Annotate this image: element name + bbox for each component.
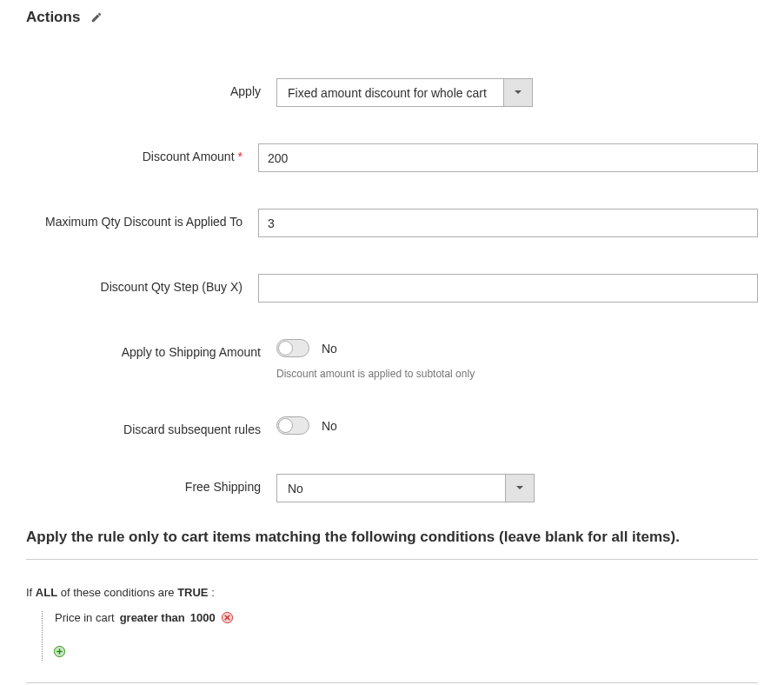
apply-label: Apply	[26, 78, 276, 99]
discount-amount-label: Discount Amount*	[26, 143, 258, 164]
apply-select[interactable]: Fixed amount discount for whole cart	[276, 78, 533, 107]
conditions-area: If ALL of these conditions are TRUE : Pr…	[26, 573, 758, 683]
condition-attribute[interactable]: Price in cart	[55, 611, 115, 624]
max-qty-input[interactable]	[258, 209, 758, 237]
discard-rules-toggle[interactable]	[276, 416, 309, 435]
apply-select-value: Fixed amount discount for whole cart	[277, 79, 503, 106]
chevron-down-icon	[505, 475, 534, 502]
apply-shipping-label: Apply to Shipping Amount	[26, 339, 276, 360]
conditions-heading: Apply the rule only to cart items matchi…	[26, 529, 758, 560]
discard-rules-label: Discard subsequent rules	[26, 416, 276, 437]
toggle-knob	[278, 418, 293, 433]
condition-rule: Price in cart greater than 1000	[55, 611, 758, 624]
free-shipping-label: Free Shipping	[26, 474, 276, 495]
apply-shipping-value: No	[322, 342, 337, 356]
required-star: *	[238, 150, 243, 163]
max-qty-label: Maximum Qty Discount is Applied To	[26, 209, 258, 229]
add-condition-icon[interactable]	[53, 645, 66, 658]
toggle-knob	[278, 341, 293, 356]
apply-shipping-helper: Discount amount is applied to subtotal o…	[276, 368, 758, 380]
condition-operator[interactable]: greater than	[120, 611, 185, 624]
discount-qty-step-input[interactable]	[258, 274, 758, 303]
discard-rules-value: No	[322, 419, 337, 433]
discount-amount-input[interactable]	[258, 143, 758, 172]
free-shipping-select[interactable]: No	[276, 474, 535, 502]
section-title: Actions	[26, 9, 80, 26]
chevron-down-icon	[503, 79, 532, 106]
condition-bool[interactable]: TRUE	[177, 586, 208, 599]
apply-shipping-toggle[interactable]	[276, 339, 309, 357]
edit-icon[interactable]	[90, 11, 103, 23]
discount-qty-step-label: Discount Qty Step (Buy X)	[26, 274, 258, 295]
condition-aggregator[interactable]: ALL	[36, 586, 57, 599]
free-shipping-value: No	[277, 475, 505, 502]
condition-root: If ALL of these conditions are TRUE :	[26, 586, 758, 599]
delete-condition-icon[interactable]	[221, 611, 234, 624]
condition-value[interactable]: 1000	[190, 611, 216, 624]
